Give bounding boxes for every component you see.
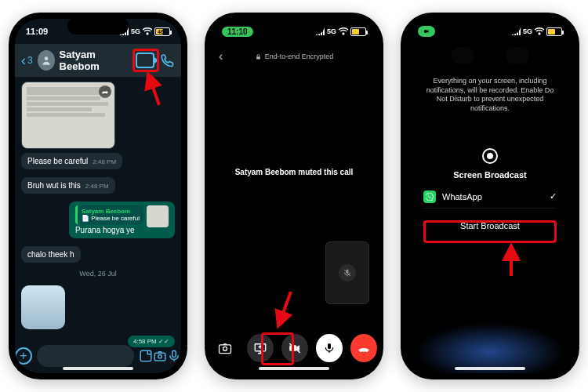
wifi-icon — [535, 27, 544, 35]
home-indicator[interactable] — [259, 367, 329, 370]
reply-preview: Satyam Beebom📄 Please be careful — [75, 205, 143, 224]
chat-input-bar: + — [15, 342, 181, 370]
reply-thumbnail — [147, 205, 169, 227]
dynamic-island — [263, 17, 325, 34]
sticker-message[interactable] — [21, 285, 65, 329]
self-video-preview[interactable] — [325, 241, 369, 304]
whatsapp-icon — [423, 191, 436, 203]
screen-broadcast: 5G Everything on your screen, including … — [407, 19, 573, 373]
svg-rect-16 — [424, 30, 427, 32]
back-button[interactable]: ‹ — [219, 49, 223, 64]
broadcast-info-text: Everything on your screen, including not… — [407, 71, 573, 114]
call-status-text: Satyam Beebom muted this call — [211, 168, 377, 176]
dynamic-island — [459, 17, 521, 34]
network-label: 5G — [131, 27, 140, 35]
battery-icon — [546, 27, 562, 36]
svg-rect-14 — [328, 343, 331, 349]
callout-arrow — [499, 243, 523, 281]
app-row-whatsapp[interactable]: WhatsApp ✓ — [423, 186, 557, 209]
home-indicator[interactable] — [455, 367, 525, 370]
sticker-icon[interactable] — [139, 349, 153, 363]
svg-point-3 — [158, 355, 162, 359]
contact-name[interactable]: Satyam Beebom — [60, 49, 126, 72]
status-time: 11:09 — [26, 27, 48, 36]
callout-box — [423, 220, 557, 243]
network-label: 5G — [327, 27, 336, 35]
message-out-reply[interactable]: Satyam Beebom📄 Please be careful Purana … — [69, 201, 175, 238]
mute-button[interactable] — [316, 334, 343, 362]
attach-button[interactable]: + — [15, 347, 32, 365]
svg-rect-6 — [256, 56, 260, 59]
blurred-controls — [407, 47, 573, 71]
screen-call: 11:10 5G ‹ End-to-end Encrypted Satyam B… — [211, 19, 377, 373]
bottom-glow — [415, 323, 565, 373]
call-header: ‹ End-to-end Encrypted — [211, 44, 377, 69]
dynamic-island — [67, 17, 129, 34]
wifi-icon — [339, 27, 348, 35]
check-icon: ✓ — [550, 191, 557, 201]
svg-point-0 — [44, 56, 48, 60]
home-indicator[interactable] — [63, 367, 133, 370]
camera-pill-icon[interactable] — [418, 26, 435, 37]
app-name: WhatsApp — [442, 192, 482, 201]
svg-line-5 — [148, 74, 159, 105]
end-call-button[interactable] — [350, 334, 377, 362]
message-in[interactable]: chalo theek h — [21, 246, 81, 263]
call-controls — [211, 334, 377, 362]
battery-icon: 46 — [154, 27, 170, 36]
callout-arrow — [142, 71, 165, 111]
avatar[interactable] — [38, 50, 55, 71]
svg-line-15 — [278, 292, 291, 326]
message-in[interactable]: Bruh wut is this2:48 PM — [21, 177, 115, 194]
wifi-icon — [143, 27, 152, 35]
mic-icon[interactable] — [167, 349, 181, 363]
callout-arrow — [274, 290, 297, 332]
record-icon — [482, 148, 498, 164]
svg-rect-4 — [172, 350, 176, 357]
message-input[interactable] — [37, 345, 134, 367]
encryption-label: End-to-end Encrypted — [265, 53, 334, 60]
svg-rect-2 — [154, 353, 165, 361]
svg-point-10 — [223, 347, 227, 350]
chat-body[interactable]: ➦ Please be careful2:48 PM Bruh wut is t… — [15, 77, 181, 342]
switch-camera-button[interactable] — [211, 336, 239, 360]
broadcast-title: Screen Broadcast — [453, 170, 527, 180]
battery-icon — [350, 27, 366, 36]
camera-icon[interactable] — [153, 349, 167, 363]
callout-box — [132, 49, 159, 72]
message-in[interactable]: Please be careful2:48 PM — [21, 153, 122, 169]
lock-icon — [255, 53, 262, 60]
image-message[interactable]: ➦ — [21, 82, 115, 149]
date-divider: Wed, 26 Jul — [79, 267, 116, 281]
voice-call-button[interactable] — [159, 51, 175, 70]
phone-frame-chat: 11:09 5G 46 ‹3 Satyam Beebom — [9, 13, 187, 379]
callout-box — [261, 332, 294, 365]
screen-chat: 11:09 5G 46 ‹3 Satyam Beebom — [15, 19, 181, 373]
mic-off-icon — [339, 264, 356, 281]
phone-frame-call: 11:10 5G ‹ End-to-end Encrypted Satyam B… — [205, 13, 383, 379]
forward-icon[interactable]: ➦ — [99, 85, 111, 98]
phone-frame-broadcast: 5G Everything on your screen, including … — [401, 13, 579, 379]
back-button[interactable]: ‹3 — [21, 53, 33, 69]
svg-rect-9 — [219, 345, 230, 354]
svg-rect-1 — [140, 350, 151, 361]
network-label: 5G — [523, 27, 532, 35]
status-time-pill[interactable]: 11:10 — [222, 27, 253, 37]
